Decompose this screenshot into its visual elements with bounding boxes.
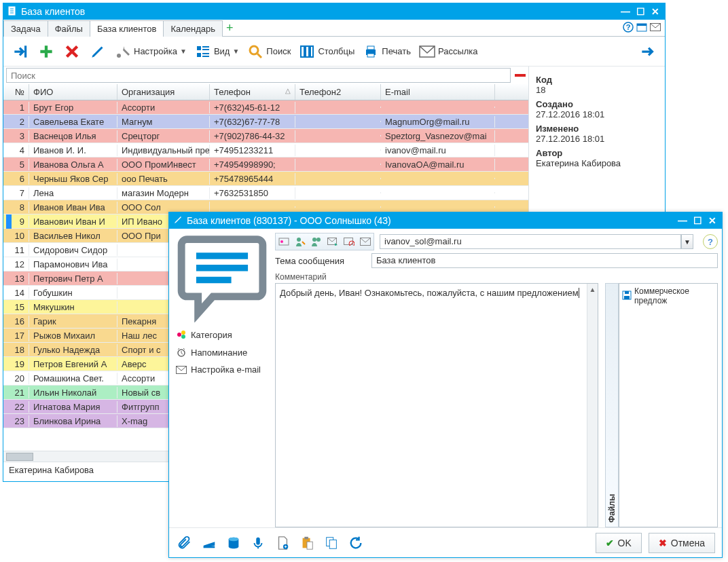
changed-value: 27.12.2016 18:01 bbox=[536, 134, 658, 144]
arrow-next-icon[interactable] bbox=[636, 41, 659, 62]
edit-icon[interactable] bbox=[86, 41, 109, 62]
tab-clients[interactable]: База клиентов bbox=[90, 20, 164, 37]
attach-icon[interactable] bbox=[176, 534, 194, 552]
refresh-icon[interactable] bbox=[347, 534, 365, 552]
doc-add-icon[interactable] bbox=[274, 534, 291, 552]
col-tel2[interactable]: Телефон2 bbox=[295, 84, 381, 100]
svg-rect-20 bbox=[306, 46, 309, 57]
delete-icon[interactable] bbox=[60, 41, 84, 62]
tab-bar: Задача Файлы База клиентов Календарь + ? bbox=[3, 20, 665, 37]
to-field[interactable]: ivanov_sol@mail.ru bbox=[380, 234, 681, 249]
svg-rect-46 bbox=[624, 296, 630, 299]
table-row[interactable]: 1Брут ЕгорАссорти+7(632)45-61-12 bbox=[3, 100, 528, 115]
col-email[interactable]: E-mail bbox=[381, 84, 495, 100]
tab-files[interactable]: Файлы bbox=[48, 20, 90, 37]
view-button[interactable]: Вид▼ bbox=[192, 42, 242, 61]
svg-rect-47 bbox=[204, 546, 215, 548]
user-card-icon[interactable] bbox=[277, 235, 291, 248]
textarea-scrollbar[interactable]: ▲ bbox=[587, 284, 598, 527]
svg-rect-24 bbox=[367, 54, 374, 57]
table-row[interactable]: 4Иванов И. И.Индивидуальный пре+74951233… bbox=[3, 143, 528, 157]
table-row[interactable]: 5Иванова Ольга АООО ПромИнвест+749549989… bbox=[3, 157, 528, 172]
grid-header: № ФИО Организация Телефон△ Телефон2 E-ma… bbox=[3, 84, 528, 100]
msg-sidebar: Категория Напоминание Настройка e-mail bbox=[169, 229, 275, 527]
users-icon[interactable] bbox=[310, 235, 323, 248]
msg-main: ivanov_sol@mail.ru ▼ ? Тема сообщения Ба… bbox=[275, 229, 722, 527]
close-button[interactable]: ✕ bbox=[650, 7, 661, 16]
tab-task[interactable]: Задача bbox=[3, 20, 48, 37]
paste-icon[interactable] bbox=[298, 534, 316, 552]
svg-point-29 bbox=[177, 333, 181, 337]
svg-rect-50 bbox=[256, 537, 260, 544]
mail-small-icon[interactable] bbox=[650, 22, 661, 33]
svg-line-18 bbox=[257, 54, 261, 58]
to-dropdown-button[interactable]: ▼ bbox=[681, 234, 693, 249]
comment-textarea[interactable]: Добрый день, Иван! Ознакомьтесь, пожалуй… bbox=[275, 283, 598, 527]
user-edit-icon[interactable] bbox=[293, 235, 307, 248]
svg-point-38 bbox=[316, 238, 321, 242]
svg-rect-56 bbox=[329, 540, 336, 548]
author-label: Автор bbox=[536, 148, 658, 158]
main-title: База клиентов bbox=[21, 6, 85, 17]
files-tab[interactable]: Файлы bbox=[605, 283, 619, 527]
ok-button[interactable]: ✔OK bbox=[596, 533, 642, 553]
svg-point-17 bbox=[250, 46, 258, 54]
svg-rect-45 bbox=[625, 291, 629, 294]
files-list[interactable]: Коммерческое предлож bbox=[619, 283, 718, 527]
reminder-option[interactable]: Напоминание bbox=[176, 347, 247, 358]
msg-close-button[interactable]: ✕ bbox=[707, 216, 718, 225]
mail-block-icon[interactable] bbox=[342, 235, 356, 248]
subject-field[interactable]: База клиентов bbox=[371, 253, 718, 268]
scanner-icon[interactable] bbox=[200, 534, 218, 552]
col-org[interactable]: Организация bbox=[117, 84, 210, 100]
code-label: Код bbox=[536, 75, 658, 85]
pencil-icon bbox=[173, 215, 183, 227]
clear-search-icon[interactable] bbox=[515, 74, 526, 77]
arrow-in-icon[interactable] bbox=[9, 41, 32, 62]
search-input[interactable] bbox=[6, 68, 511, 83]
msg-help-icon[interactable]: ? bbox=[703, 234, 718, 249]
table-row[interactable]: 2Савельева ЕкатеМагнум+7(632)67-77-78Mag… bbox=[3, 115, 528, 129]
maximize-button[interactable]: ☐ bbox=[635, 7, 646, 16]
msg-maximize-button[interactable]: ☐ bbox=[692, 216, 703, 225]
mail-plain-icon[interactable] bbox=[359, 235, 372, 248]
copy-icon[interactable] bbox=[323, 534, 340, 552]
help-icon[interactable]: ? bbox=[623, 22, 634, 35]
print-button[interactable]: Печать bbox=[360, 42, 414, 61]
msg-titlebar[interactable]: База клиентов (830137) - ООО Солнышко (4… bbox=[169, 212, 722, 229]
svg-rect-19 bbox=[301, 46, 304, 57]
svg-point-49 bbox=[229, 537, 239, 541]
mailing-button[interactable]: Рассылка bbox=[416, 42, 481, 61]
table-row[interactable]: 3Васнецов ИльяСрецторг+7(902)786-44-32Sp… bbox=[3, 129, 528, 143]
floppy-icon bbox=[622, 291, 632, 302]
add-tab-button[interactable]: + bbox=[222, 21, 238, 35]
col-tel[interactable]: Телефон△ bbox=[210, 84, 295, 100]
file-item[interactable]: Коммерческое предлож bbox=[622, 286, 714, 305]
document-icon bbox=[7, 6, 17, 18]
subject-label: Тема сообщения bbox=[275, 256, 366, 266]
col-num[interactable]: № bbox=[3, 84, 29, 100]
minimize-button[interactable]: — bbox=[620, 7, 631, 16]
svg-rect-16 bbox=[202, 56, 209, 57]
svg-rect-54 bbox=[307, 542, 312, 549]
mail-go-icon[interactable] bbox=[326, 235, 340, 248]
svg-rect-7 bbox=[637, 24, 647, 26]
table-row[interactable]: 6Черныш Яков Серооо Печать+75478965444 bbox=[3, 172, 528, 186]
msg-minimize-button[interactable]: — bbox=[677, 216, 688, 225]
settings-button[interactable]: Настройка▼ bbox=[112, 42, 189, 61]
svg-line-42 bbox=[350, 242, 354, 246]
mail-settings-option[interactable]: Настройка e-mail bbox=[176, 364, 261, 375]
mic-icon[interactable] bbox=[249, 534, 267, 552]
table-row[interactable]: 7Ленамагазин Модерн+7632531850 bbox=[3, 186, 528, 200]
search-button[interactable]: Поиск bbox=[244, 42, 293, 61]
col-fio[interactable]: ФИО bbox=[29, 84, 117, 100]
main-titlebar[interactable]: База клиентов — ☐ ✕ bbox=[3, 3, 665, 20]
category-option[interactable]: Категория bbox=[176, 329, 232, 340]
cancel-button[interactable]: ✖Отмена bbox=[649, 533, 715, 553]
columns-button[interactable]: Столбцы bbox=[296, 42, 357, 61]
tab-calendar[interactable]: Календарь bbox=[163, 20, 223, 37]
code-value: 18 bbox=[536, 85, 658, 95]
database-icon[interactable] bbox=[225, 534, 242, 552]
add-icon[interactable] bbox=[35, 41, 58, 62]
cal-small-icon[interactable] bbox=[636, 22, 647, 35]
